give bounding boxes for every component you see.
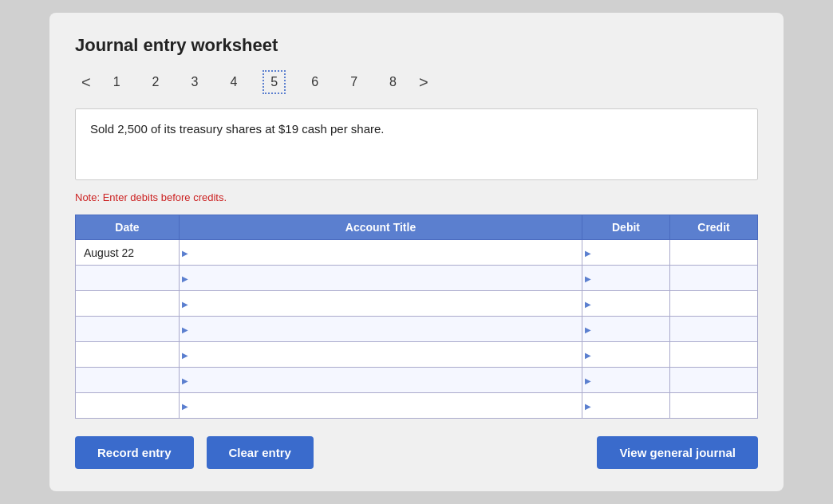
date-cell-1: [76, 266, 180, 291]
date-cell-6: [76, 393, 180, 419]
nav-num-7[interactable]: 7: [344, 72, 364, 93]
prev-arrow[interactable]: <: [75, 72, 97, 93]
credit-cell-2[interactable]: [670, 291, 758, 317]
nav-row: < 12345678 >: [75, 70, 758, 94]
debit-input-6[interactable]: [582, 393, 669, 418]
table-row: ▶▶: [76, 393, 758, 419]
account-input-2[interactable]: [180, 291, 582, 316]
debit-input-1[interactable]: [582, 266, 669, 290]
journal-table: Date Account Title Debit Credit August 2…: [75, 215, 758, 419]
debit-cell-5[interactable]: ▶: [582, 368, 670, 393]
description-box: Sold 2,500 of its treasury shares at $19…: [75, 108, 758, 180]
nav-num-6[interactable]: 6: [305, 72, 325, 93]
credit-cell-1[interactable]: [670, 266, 758, 291]
note-text: Note: Enter debits before credits.: [75, 191, 758, 203]
nav-num-4[interactable]: 4: [223, 72, 243, 93]
table-row: ▶▶: [76, 317, 758, 342]
page-title: Journal entry worksheet: [75, 35, 758, 56]
col-header-date: Date: [76, 215, 180, 240]
table-row: ▶▶: [76, 342, 758, 368]
nav-num-3[interactable]: 3: [185, 72, 205, 93]
credit-cell-3[interactable]: [670, 317, 758, 342]
record-entry-button[interactable]: Record entry: [75, 436, 194, 469]
credit-cell-6[interactable]: [670, 393, 758, 419]
col-header-account: Account Title: [180, 215, 582, 240]
account-cell-6[interactable]: ▶: [180, 393, 582, 419]
debit-input-4[interactable]: [582, 342, 669, 367]
credit-input-2[interactable]: [670, 291, 757, 316]
account-input-5[interactable]: [180, 368, 582, 392]
table-row: ▶▶: [76, 368, 758, 393]
col-header-credit: Credit: [670, 215, 758, 240]
account-input-0[interactable]: [180, 240, 582, 265]
debit-cell-1[interactable]: ▶: [582, 266, 670, 291]
buttons-row: Record entry Clear entry View general jo…: [75, 436, 758, 469]
date-cell-5: [76, 368, 180, 393]
credit-cell-4[interactable]: [670, 342, 758, 368]
debit-cell-2[interactable]: ▶: [582, 291, 670, 317]
credit-input-0[interactable]: [670, 240, 757, 265]
account-cell-0[interactable]: ▶: [180, 240, 582, 266]
nav-num-8[interactable]: 8: [383, 72, 403, 93]
table-row: ▶▶: [76, 291, 758, 317]
debit-input-3[interactable]: [582, 317, 669, 341]
credit-input-1[interactable]: [670, 266, 757, 290]
debit-cell-3[interactable]: ▶: [582, 317, 670, 342]
debit-cell-0[interactable]: ▶: [582, 240, 670, 266]
debit-cell-4[interactable]: ▶: [582, 342, 670, 368]
credit-input-3[interactable]: [670, 317, 757, 341]
worksheet-container: Journal entry worksheet < 12345678 > Sol…: [49, 13, 784, 491]
col-header-debit: Debit: [582, 215, 670, 240]
credit-cell-5[interactable]: [670, 368, 758, 393]
next-arrow[interactable]: >: [413, 72, 435, 93]
clear-entry-button[interactable]: Clear entry: [207, 436, 314, 469]
credit-input-5[interactable]: [670, 368, 757, 392]
account-input-3[interactable]: [180, 317, 582, 341]
account-input-6[interactable]: [180, 393, 582, 418]
date-cell-4: [76, 342, 180, 368]
debit-input-0[interactable]: [582, 240, 669, 265]
table-row: ▶▶: [76, 266, 758, 291]
credit-input-6[interactable]: [670, 393, 757, 418]
date-cell-2: [76, 291, 180, 317]
debit-input-2[interactable]: [582, 291, 669, 316]
debit-cell-6[interactable]: ▶: [582, 393, 670, 419]
table-row: August 22▶▶: [76, 240, 758, 266]
credit-input-4[interactable]: [670, 342, 757, 367]
account-cell-2[interactable]: ▶: [180, 291, 582, 317]
nav-num-1[interactable]: 1: [107, 72, 127, 93]
debit-input-5[interactable]: [582, 368, 669, 392]
date-cell-3: [76, 317, 180, 342]
account-cell-1[interactable]: ▶: [180, 266, 582, 291]
account-cell-3[interactable]: ▶: [180, 317, 582, 342]
view-journal-button[interactable]: View general journal: [597, 436, 758, 469]
credit-cell-0[interactable]: [670, 240, 758, 266]
account-cell-4[interactable]: ▶: [180, 342, 582, 368]
date-cell-0: August 22: [76, 240, 180, 266]
nav-numbers: 12345678: [107, 70, 403, 94]
account-input-4[interactable]: [180, 342, 582, 367]
account-input-1[interactable]: [180, 266, 582, 290]
nav-num-5[interactable]: 5: [263, 70, 286, 94]
nav-num-2[interactable]: 2: [146, 72, 166, 93]
account-cell-5[interactable]: ▶: [180, 368, 582, 393]
